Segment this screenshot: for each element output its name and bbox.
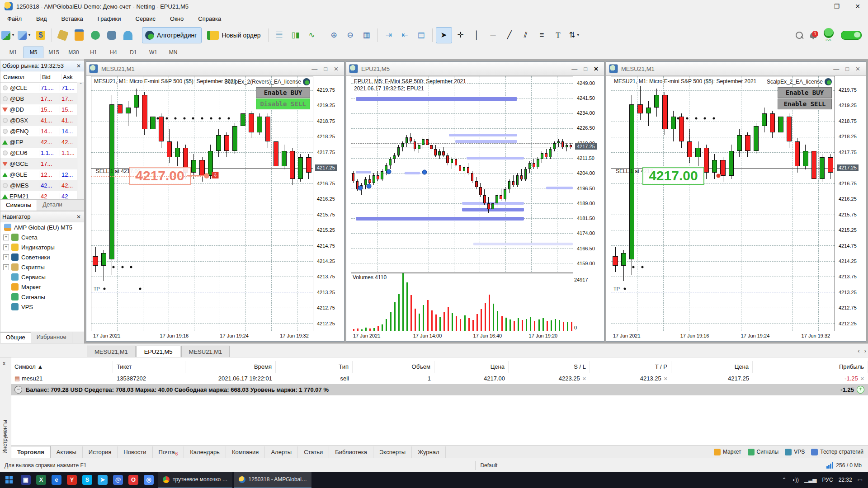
- network-icon[interactable]: ▁▃▅: [804, 477, 817, 483]
- zoom-out-button[interactable]: ⊖: [343, 28, 358, 43]
- arrows-tool[interactable]: ⇅▼: [567, 28, 582, 43]
- column-bid[interactable]: Bid: [40, 74, 61, 80]
- start-button[interactable]: [0, 472, 18, 488]
- column-header-4[interactable]: Объем: [353, 361, 434, 373]
- menu-item-7[interactable]: Справка: [191, 13, 228, 25]
- toolbox-tab-библиотека[interactable]: Библиотека: [329, 446, 373, 458]
- chart-title-bar[interactable]: MESU21,M1—□✕: [86, 62, 344, 76]
- column-header-6[interactable]: S / L: [509, 361, 590, 373]
- timeframe-m30[interactable]: M30: [64, 47, 83, 58]
- tile-windows-button[interactable]: ⇥: [381, 28, 396, 43]
- column-header-2[interactable]: Время: [185, 361, 276, 373]
- scroll-left-icon[interactable]: ‹: [858, 347, 859, 354]
- community-icon[interactable]: [120, 28, 136, 43]
- chart-maximize-button[interactable]: □: [584, 66, 587, 72]
- toolbox-tab-статьи[interactable]: Статьи: [298, 446, 329, 458]
- market-watch-row[interactable]: @DD15...15...: [0, 104, 85, 115]
- toolbox-tab-журнал[interactable]: Журнал: [412, 446, 445, 458]
- search-icon[interactable]: [796, 32, 803, 39]
- browser-icon[interactable]: e: [49, 472, 64, 488]
- taskbar-window-2[interactable]: 1250318 - AMPGlobal…: [234, 471, 311, 488]
- market-watch-row[interactable]: @ENQ14...14...: [0, 126, 85, 137]
- navigator-item-сигналы[interactable]: Сигналы: [0, 292, 85, 302]
- navigator-item-советники[interactable]: +Советники: [0, 252, 85, 262]
- crosshair-tool-button[interactable]: ✛: [453, 28, 468, 43]
- enable-buy-button[interactable]: Enable BUY: [778, 87, 832, 98]
- timeframe-m15[interactable]: M15: [44, 47, 63, 58]
- timeframe-h4[interactable]: H4: [104, 47, 123, 58]
- toolbox-tab-почта[interactable]: Почта6: [153, 446, 184, 458]
- position-row[interactable]: ▤ mesu211353872022021.06.17 19:22:01sell…: [11, 373, 868, 384]
- chart-maximize-button[interactable]: □: [845, 66, 849, 72]
- market-watch-row[interactable]: @EP42...42...: [0, 137, 85, 148]
- media-app-icon[interactable]: ▣: [18, 472, 33, 488]
- expand-icon[interactable]: +: [857, 386, 864, 394]
- toolbox-tab-алерты[interactable]: Алерты: [265, 446, 298, 458]
- chart-tab-mesu21-m1[interactable]: MESU21,M1: [87, 346, 136, 357]
- toolbox-tab-новости[interactable]: Новости: [118, 446, 152, 458]
- column-header-3[interactable]: Тип: [276, 361, 353, 373]
- vertical-line-tool[interactable]: │: [469, 28, 485, 43]
- chart-maximize-button[interactable]: □: [324, 66, 327, 72]
- маркет-button[interactable]: Маркет: [714, 449, 741, 455]
- close-button[interactable]: ✕: [847, 0, 868, 13]
- navigator-root[interactable]: AMP Global (EU) MT5: [0, 222, 85, 232]
- timeframe-m5[interactable]: M5: [24, 47, 43, 58]
- menu-item-4[interactable]: Графики: [90, 13, 128, 25]
- column-header-8[interactable]: Цена: [671, 361, 753, 373]
- toolbox-tab-история[interactable]: История: [83, 446, 118, 458]
- line-chart-button[interactable]: ∿: [304, 28, 320, 43]
- new-chart-button[interactable]: ▼: [0, 28, 16, 43]
- tab-Общие[interactable]: Общие: [0, 332, 31, 343]
- notifications-button[interactable]: 1: [810, 33, 816, 38]
- market-bag-icon[interactable]: [71, 28, 87, 43]
- excel-icon[interactable]: X: [33, 472, 49, 488]
- toolbox-close-icon[interactable]: x: [3, 360, 5, 366]
- market-watch-scrollbar[interactable]: ⌃: [77, 82, 84, 199]
- toolbox-tab-эксперты[interactable]: Эксперты: [373, 446, 412, 458]
- market-watch-row[interactable]: @CLE71....71....: [0, 83, 85, 94]
- chart-tab-mesu21-m1[interactable]: MESU21,M1: [181, 346, 230, 357]
- column-ask[interactable]: Ask: [61, 74, 82, 80]
- column-header-9[interactable]: Прибыль: [753, 361, 868, 373]
- telegram-icon[interactable]: ➤: [95, 472, 110, 488]
- vps-button[interactable]: VPS: [785, 449, 805, 455]
- navigator-item-счета[interactable]: +Счета: [0, 232, 85, 242]
- wallet-icon[interactable]: [55, 28, 71, 43]
- timeframe-h1[interactable]: H1: [84, 47, 103, 58]
- fibonacci-tool[interactable]: ≡: [534, 28, 550, 43]
- chrome-icon[interactable]: ◎: [141, 472, 156, 488]
- timeframe-mn[interactable]: MN: [164, 47, 183, 58]
- chart-close-button[interactable]: ✕: [594, 66, 599, 72]
- market-watch-row[interactable]: @GCE17...: [0, 159, 85, 169]
- market-watch-row[interactable]: @DSX41...41...: [0, 115, 85, 126]
- navigator-item-vps[interactable]: VPS: [0, 302, 85, 312]
- tab-Избранное[interactable]: Избранное: [31, 332, 72, 343]
- cascade-windows-button[interactable]: ⇤: [397, 28, 413, 43]
- minimize-button[interactable]: —: [806, 0, 826, 13]
- chart-plot[interactable]: TPMESU21, M1: Micro E-mini S&P 500 ($5):…: [91, 76, 313, 331]
- expand-icon[interactable]: +: [3, 244, 9, 250]
- candles-chart-button[interactable]: ▯▮: [288, 28, 303, 43]
- menu-item-2[interactable]: Вид: [29, 13, 54, 25]
- channel-tool[interactable]: ⫽: [518, 28, 533, 43]
- сигналы-button[interactable]: Сигналы: [748, 449, 779, 455]
- navigator-item-индикаторы[interactable]: +Индикаторы: [0, 242, 85, 252]
- text-tool[interactable]: T: [551, 28, 566, 43]
- arrange-windows-button[interactable]: ▤: [414, 28, 429, 43]
- chart-plot[interactable]: EPU21, M5: E-Mini S&P 500: September 202…: [351, 76, 573, 272]
- column-header-5[interactable]: Цена: [434, 361, 509, 373]
- horizontal-line-tool[interactable]: ─: [486, 28, 501, 43]
- market-watch-row[interactable]: @EU61.1...1.1...: [0, 148, 85, 159]
- chart-minimize-button[interactable]: —: [571, 66, 577, 72]
- disable-sell-button[interactable]: Disable SELL: [256, 99, 310, 109]
- market-watch-close-icon[interactable]: ✕: [75, 63, 83, 69]
- traffic-counter[interactable]: 256 / 0 Mb: [836, 462, 862, 469]
- column-symbol[interactable]: Символ: [0, 74, 40, 80]
- remove-icon[interactable]: ✕: [860, 376, 864, 381]
- enable-sell-button[interactable]: Enable SELL: [778, 99, 832, 109]
- algo-trading-button[interactable]: Алготрейдинг: [142, 27, 202, 43]
- chart-plot[interactable]: TPMESU21, M1: Micro E-mini S&P 500 ($5):…: [611, 76, 835, 331]
- remove-icon[interactable]: ✕: [582, 376, 586, 381]
- vps-cloud-icon[interactable]: [104, 28, 119, 43]
